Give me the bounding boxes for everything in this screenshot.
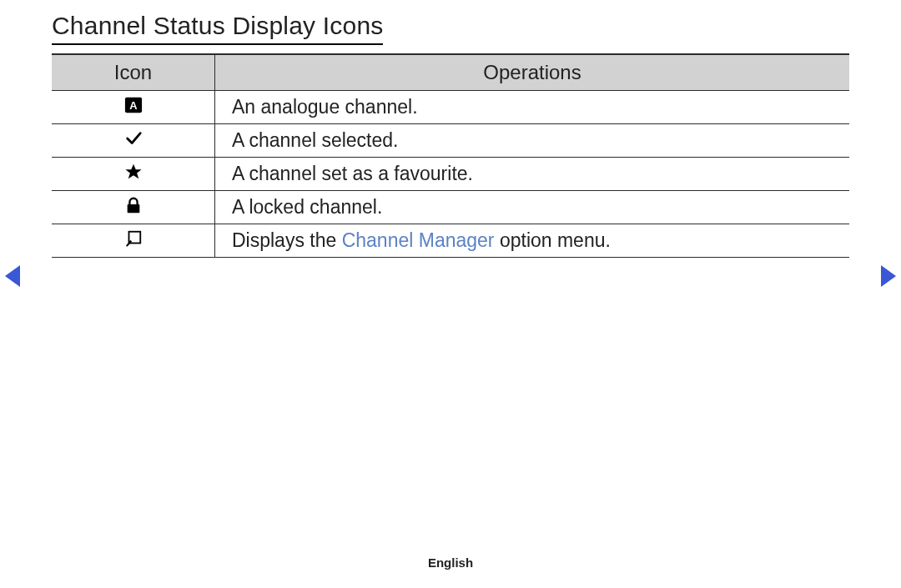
operation-cell: An analogue channel. — [215, 91, 849, 123]
operation-text: A channel set as a favourite. — [232, 163, 473, 184]
table-header-icon: Icon — [52, 55, 215, 90]
table-row: A channel selected. — [52, 124, 849, 158]
previous-page-arrow-icon[interactable] — [5, 265, 20, 287]
icon-operations-table: Icon Operations AAn analogue channel.A c… — [52, 53, 849, 258]
analogue-a-icon: A — [124, 97, 143, 111]
icon-cell: A — [52, 91, 215, 123]
operation-cell: A locked channel. — [215, 191, 849, 224]
svg-text:A: A — [129, 99, 137, 112]
operation-text: option menu. — [495, 229, 611, 251]
table-row: A locked channel. — [52, 191, 849, 224]
page-title: Channel Status Display Icons — [52, 12, 383, 45]
operation-text: A locked channel. — [232, 196, 382, 218]
check-icon — [124, 130, 143, 144]
table-row: Displays the Channel Manager option menu… — [52, 224, 849, 258]
table-row: AAn analogue channel. — [52, 91, 849, 124]
operation-cell: A channel set as a favourite. — [215, 158, 849, 190]
next-page-arrow-icon[interactable] — [881, 265, 896, 287]
icon-cell — [52, 158, 215, 190]
svg-rect-6 — [127, 204, 139, 213]
table-header-row: Icon Operations — [52, 55, 849, 91]
icon-cell — [52, 191, 215, 224]
icon-cell — [52, 124, 215, 157]
language-label: English — [0, 555, 901, 570]
star-icon — [124, 163, 143, 178]
table-header-operations: Operations — [215, 55, 849, 90]
operation-text: Displays the — [232, 229, 342, 251]
operation-cell: Displays the Channel Manager option menu… — [215, 224, 849, 257]
operation-text: A channel selected. — [232, 129, 398, 151]
operation-cell: A channel selected. — [215, 124, 849, 157]
table-row: A channel set as a favourite. — [52, 158, 849, 191]
option-menu-icon — [124, 230, 143, 244]
channel-manager-link: Channel Manager — [342, 229, 495, 251]
lock-icon — [124, 197, 143, 211]
operation-text: An analogue channel. — [232, 96, 418, 118]
icon-cell — [52, 224, 215, 257]
